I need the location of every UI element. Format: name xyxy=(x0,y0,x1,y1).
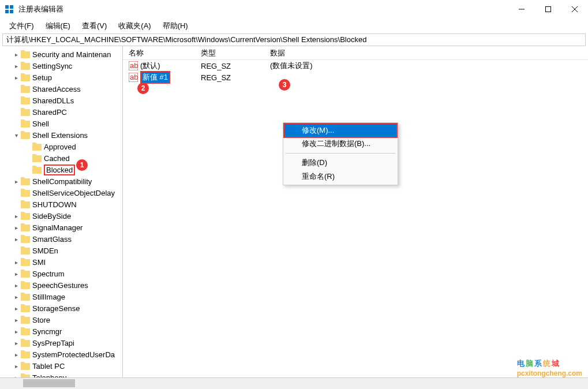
tree-panel[interactable]: ▸Security and Maintenan▸SettingSync▸Setu… xyxy=(0,46,123,377)
tree-item-label: SysPrepTapi xyxy=(32,339,74,347)
chevron-right-icon[interactable]: ▸ xyxy=(12,177,21,186)
tree-item[interactable]: ▸Shell xyxy=(0,118,122,129)
menu-view[interactable]: 查看(V) xyxy=(76,19,113,33)
horizontal-scrollbar[interactable] xyxy=(0,378,123,388)
tree-item[interactable]: ▸SMI xyxy=(0,256,122,268)
chevron-right-icon[interactable]: ▸ xyxy=(12,373,21,377)
svg-rect-2 xyxy=(5,10,9,13)
chevron-right-icon[interactable]: ▸ xyxy=(12,61,21,70)
folder-icon xyxy=(21,235,30,243)
chevron-right-icon[interactable]: ▸ xyxy=(12,361,21,371)
value-name-cell: (默认) xyxy=(123,61,195,71)
tree-item[interactable]: ▸SystemProtectedUserDa xyxy=(0,349,122,360)
chevron-right-icon[interactable]: ▸ xyxy=(12,211,21,220)
tree-item-label: SMI xyxy=(32,258,46,267)
tree-item-label: Security and Maintenan xyxy=(32,50,111,59)
tree-item[interactable]: ▸Security and Maintenan xyxy=(0,48,122,60)
tree-item[interactable]: ▸SharedAccess xyxy=(0,83,122,95)
tree-item[interactable]: ▸SideBySide xyxy=(0,210,122,222)
tree-item[interactable]: ▸Tablet PC xyxy=(0,360,122,372)
tree-item[interactable]: ▸ShellCompatibility xyxy=(0,175,122,187)
list-row[interactable]: (默认)REG_SZ(数值未设置) xyxy=(123,60,588,72)
tree-item[interactable]: ▸SharedPC xyxy=(0,106,122,118)
col-header-type[interactable]: 类型 xyxy=(195,48,264,58)
status-bar xyxy=(0,377,588,389)
tree-item-label: Tablet PC xyxy=(32,362,65,371)
tree-item[interactable]: ▸Cached xyxy=(0,152,122,164)
tree-item[interactable]: ▸SettingSync xyxy=(0,60,122,72)
value-type-cell: REG_SZ xyxy=(195,73,264,82)
tree-item[interactable]: ▸Approved xyxy=(0,141,122,152)
chevron-right-icon[interactable]: ▸ xyxy=(12,350,21,359)
chevron-right-icon[interactable]: ▸ xyxy=(12,280,21,290)
tree-item[interactable]: ▸SmartGlass xyxy=(0,233,122,245)
tree-item[interactable]: ▸SpeechGestures xyxy=(0,279,122,291)
chevron-right-icon[interactable]: ▸ xyxy=(12,315,21,324)
svg-rect-5 xyxy=(546,7,551,12)
tree-item[interactable]: ▸SysPrepTapi xyxy=(0,337,122,349)
col-header-data[interactable]: 数据 xyxy=(264,48,588,58)
ctx-rename[interactable]: 重命名(R) xyxy=(284,170,396,184)
tree-item-label: Syncmgr xyxy=(32,327,62,336)
tree-item-label: SideBySide xyxy=(32,212,71,220)
list-panel: 名称 类型 数据 (默认)REG_SZ(数值未设置)新值 #1REG_SZ 修改… xyxy=(123,46,588,377)
menu-favorites[interactable]: 收藏夹(A) xyxy=(113,19,156,33)
tree-item[interactable]: ▸StorageSense xyxy=(0,302,122,314)
folder-icon xyxy=(21,200,30,208)
maximize-button[interactable] xyxy=(535,0,561,18)
chevron-right-icon[interactable]: ▸ xyxy=(12,73,21,82)
ctx-modify-binary[interactable]: 修改二进制数据(B)... xyxy=(284,137,396,151)
chevron-right-icon[interactable]: ▸ xyxy=(12,338,21,347)
value-name-cell: 新值 #1 xyxy=(123,71,195,84)
tree-item[interactable]: ▸Setup xyxy=(0,72,122,83)
ctx-delete[interactable]: 删除(D) xyxy=(284,156,396,170)
folder-icon xyxy=(21,212,30,220)
annotation-badge-1: 1 xyxy=(76,159,88,171)
tree-item[interactable]: ▸Telephony xyxy=(0,372,122,377)
tree-item-label: StillImage xyxy=(32,293,65,301)
string-value-icon xyxy=(129,73,138,82)
watermark-text: 电脑系统城 xyxy=(517,353,582,369)
tree-item[interactable]: ▸Syncmgr xyxy=(0,326,122,337)
menu-edit[interactable]: 编辑(E) xyxy=(40,19,76,33)
col-header-name[interactable]: 名称 xyxy=(123,48,195,58)
watermark-url: pcxitongcheng.com xyxy=(517,369,582,377)
folder-icon xyxy=(21,373,30,377)
scrollbar-thumb[interactable] xyxy=(23,379,75,387)
app-icon xyxy=(5,5,14,14)
address-bar[interactable]: 计算机\HKEY_LOCAL_MACHINE\SOFTWARE\Microsof… xyxy=(2,33,586,46)
tree-item-label: ShellServiceObjectDelay xyxy=(32,189,115,197)
close-button[interactable] xyxy=(561,0,588,18)
list-row[interactable]: 新值 #1REG_SZ xyxy=(123,72,588,83)
tree-item[interactable]: ▸ShellServiceObjectDelay xyxy=(0,187,122,199)
tree-item[interactable]: ▸Store xyxy=(0,314,122,326)
tree-item[interactable]: ▸SHUTDOWN xyxy=(0,199,122,210)
chevron-right-icon[interactable]: ▸ xyxy=(12,327,21,336)
tree-item[interactable]: ▸SharedDLLs xyxy=(0,95,122,106)
tree-item[interactable]: ▸StillImage xyxy=(0,291,122,302)
rename-input[interactable]: 新值 #1 xyxy=(140,71,170,84)
chevron-down-icon[interactable]: ▾ xyxy=(12,130,21,140)
tree-item[interactable]: ▸SignalManager xyxy=(0,222,122,233)
menu-help[interactable]: 帮助(H) xyxy=(157,19,194,33)
svg-rect-1 xyxy=(10,5,13,9)
tree-item[interactable]: ▸Spectrum xyxy=(0,268,122,279)
ctx-modify[interactable]: 修改(M)... xyxy=(283,123,398,138)
tree-item[interactable]: ▸Blocked xyxy=(0,164,122,175)
chevron-right-icon[interactable]: ▸ xyxy=(12,257,21,267)
tree-item[interactable]: ▾Shell Extensions xyxy=(0,129,122,141)
chevron-right-icon[interactable]: ▸ xyxy=(12,223,21,232)
tree-item[interactable]: ▸SMDEn xyxy=(0,245,122,256)
chevron-right-icon[interactable]: ▸ xyxy=(12,304,21,313)
chevron-right-icon[interactable]: ▸ xyxy=(12,50,21,59)
folder-icon xyxy=(32,143,42,151)
minimize-button[interactable] xyxy=(508,0,535,18)
tree-item-label: SignalManager xyxy=(32,223,83,232)
chevron-right-icon[interactable]: ▸ xyxy=(12,234,21,244)
tree-item-label: Spectrum xyxy=(32,270,65,278)
menu-file[interactable]: 文件(F) xyxy=(3,19,40,33)
chevron-right-icon[interactable]: ▸ xyxy=(12,292,21,301)
folder-icon xyxy=(21,119,30,128)
menu-bar: 文件(F) 编辑(E) 查看(V) 收藏夹(A) 帮助(H) xyxy=(0,18,588,33)
chevron-right-icon[interactable]: ▸ xyxy=(12,269,21,278)
